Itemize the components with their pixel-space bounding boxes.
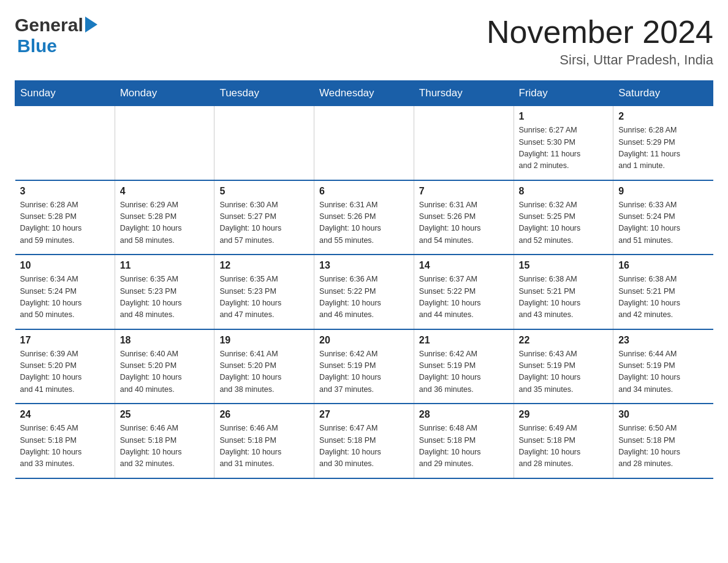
day-number: 8	[519, 186, 609, 197]
calendar-cell: 18Sunrise: 6:40 AM Sunset: 5:20 PM Dayli…	[115, 329, 214, 404]
day-number: 18	[120, 335, 210, 346]
day-number: 29	[519, 409, 609, 420]
day-number: 7	[419, 186, 509, 197]
day-info: Sunrise: 6:28 AM Sunset: 5:28 PM Dayligh…	[20, 199, 110, 247]
title-block: November 2024 Sirsi, Uttar Pradesh, Indi…	[487, 15, 713, 68]
day-number: 2	[618, 111, 708, 122]
calendar-cell: 23Sunrise: 6:44 AM Sunset: 5:19 PM Dayli…	[613, 329, 713, 404]
calendar-cell: 6Sunrise: 6:31 AM Sunset: 5:26 PM Daylig…	[314, 180, 414, 255]
logo: General Blue	[15, 15, 101, 56]
page-header: General Blue November 2024 Sirsi, Uttar …	[15, 15, 713, 68]
weekday-header-thursday: Thursday	[414, 81, 514, 106]
day-number: 28	[419, 409, 509, 420]
location-title: Sirsi, Uttar Pradesh, India	[487, 52, 713, 68]
day-info: Sunrise: 6:38 AM Sunset: 5:21 PM Dayligh…	[519, 274, 609, 321]
calendar-cell: 5Sunrise: 6:30 AM Sunset: 5:27 PM Daylig…	[214, 180, 314, 255]
calendar-cell: 24Sunrise: 6:45 AM Sunset: 5:18 PM Dayli…	[15, 404, 115, 478]
calendar-header-row: SundayMondayTuesdayWednesdayThursdayFrid…	[15, 81, 713, 106]
calendar-week-row: 3Sunrise: 6:28 AM Sunset: 5:28 PM Daylig…	[15, 180, 713, 255]
calendar-cell: 28Sunrise: 6:48 AM Sunset: 5:18 PM Dayli…	[414, 404, 514, 478]
calendar-cell: 20Sunrise: 6:42 AM Sunset: 5:19 PM Dayli…	[314, 329, 414, 404]
day-info: Sunrise: 6:45 AM Sunset: 5:18 PM Dayligh…	[20, 423, 110, 470]
day-number: 23	[618, 335, 708, 346]
calendar-cell: 12Sunrise: 6:35 AM Sunset: 5:23 PM Dayli…	[214, 255, 314, 329]
day-number: 13	[319, 260, 409, 271]
day-number: 4	[120, 186, 210, 197]
day-number: 24	[20, 409, 110, 420]
day-info: Sunrise: 6:33 AM Sunset: 5:24 PM Dayligh…	[618, 199, 708, 247]
day-number: 3	[20, 186, 110, 197]
day-number: 9	[618, 186, 708, 197]
calendar-week-row: 17Sunrise: 6:39 AM Sunset: 5:20 PM Dayli…	[15, 329, 713, 404]
day-info: Sunrise: 6:44 AM Sunset: 5:19 PM Dayligh…	[618, 348, 708, 396]
calendar-cell: 21Sunrise: 6:42 AM Sunset: 5:19 PM Dayli…	[414, 329, 514, 404]
weekday-header-tuesday: Tuesday	[214, 81, 314, 106]
calendar-cell: 11Sunrise: 6:35 AM Sunset: 5:23 PM Dayli…	[115, 255, 214, 329]
calendar-cell	[414, 106, 514, 180]
calendar-week-row: 24Sunrise: 6:45 AM Sunset: 5:18 PM Dayli…	[15, 404, 713, 478]
day-number: 10	[20, 260, 110, 271]
logo-blue-text: Blue	[17, 36, 57, 56]
day-info: Sunrise: 6:46 AM Sunset: 5:18 PM Dayligh…	[219, 423, 309, 470]
day-info: Sunrise: 6:32 AM Sunset: 5:25 PM Dayligh…	[519, 199, 609, 247]
day-info: Sunrise: 6:34 AM Sunset: 5:24 PM Dayligh…	[20, 274, 110, 321]
day-info: Sunrise: 6:48 AM Sunset: 5:18 PM Dayligh…	[419, 423, 509, 470]
calendar-cell: 3Sunrise: 6:28 AM Sunset: 5:28 PM Daylig…	[15, 180, 115, 255]
day-number: 19	[219, 335, 309, 346]
calendar-cell: 2Sunrise: 6:28 AM Sunset: 5:29 PM Daylig…	[613, 106, 713, 180]
day-number: 12	[219, 260, 309, 271]
month-title: November 2024	[487, 15, 713, 50]
calendar-cell: 4Sunrise: 6:29 AM Sunset: 5:28 PM Daylig…	[115, 180, 214, 255]
day-info: Sunrise: 6:46 AM Sunset: 5:18 PM Dayligh…	[120, 423, 210, 470]
day-info: Sunrise: 6:36 AM Sunset: 5:22 PM Dayligh…	[319, 274, 409, 321]
day-number: 1	[519, 111, 609, 122]
day-info: Sunrise: 6:43 AM Sunset: 5:19 PM Dayligh…	[519, 348, 609, 396]
day-info: Sunrise: 6:38 AM Sunset: 5:21 PM Dayligh…	[618, 274, 708, 321]
day-info: Sunrise: 6:35 AM Sunset: 5:23 PM Dayligh…	[219, 274, 309, 321]
day-info: Sunrise: 6:29 AM Sunset: 5:28 PM Dayligh…	[120, 199, 210, 247]
calendar-cell: 26Sunrise: 6:46 AM Sunset: 5:18 PM Dayli…	[214, 404, 314, 478]
day-info: Sunrise: 6:40 AM Sunset: 5:20 PM Dayligh…	[120, 348, 210, 396]
calendar-cell: 17Sunrise: 6:39 AM Sunset: 5:20 PM Dayli…	[15, 329, 115, 404]
day-info: Sunrise: 6:49 AM Sunset: 5:18 PM Dayligh…	[519, 423, 609, 470]
calendar-cell: 13Sunrise: 6:36 AM Sunset: 5:22 PM Dayli…	[314, 255, 414, 329]
calendar-cell: 14Sunrise: 6:37 AM Sunset: 5:22 PM Dayli…	[414, 255, 514, 329]
day-info: Sunrise: 6:50 AM Sunset: 5:18 PM Dayligh…	[618, 423, 708, 470]
calendar-cell: 10Sunrise: 6:34 AM Sunset: 5:24 PM Dayli…	[15, 255, 115, 329]
calendar-cell: 22Sunrise: 6:43 AM Sunset: 5:19 PM Dayli…	[514, 329, 613, 404]
logo-general-text: General	[15, 15, 83, 36]
day-number: 20	[319, 335, 409, 346]
calendar-cell: 25Sunrise: 6:46 AM Sunset: 5:18 PM Dayli…	[115, 404, 214, 478]
weekday-header-monday: Monday	[115, 81, 214, 106]
day-number: 27	[319, 409, 409, 420]
weekday-header-saturday: Saturday	[613, 81, 713, 106]
day-number: 25	[120, 409, 210, 420]
calendar-cell: 16Sunrise: 6:38 AM Sunset: 5:21 PM Dayli…	[613, 255, 713, 329]
calendar-week-row: 1Sunrise: 6:27 AM Sunset: 5:30 PM Daylig…	[15, 106, 713, 180]
calendar-cell: 27Sunrise: 6:47 AM Sunset: 5:18 PM Dayli…	[314, 404, 414, 478]
day-info: Sunrise: 6:30 AM Sunset: 5:27 PM Dayligh…	[219, 199, 309, 247]
day-number: 21	[419, 335, 509, 346]
calendar-cell: 9Sunrise: 6:33 AM Sunset: 5:24 PM Daylig…	[613, 180, 713, 255]
calendar-table: SundayMondayTuesdayWednesdayThursdayFrid…	[15, 80, 713, 479]
calendar-cell: 7Sunrise: 6:31 AM Sunset: 5:26 PM Daylig…	[414, 180, 514, 255]
calendar-cell: 19Sunrise: 6:41 AM Sunset: 5:20 PM Dayli…	[214, 329, 314, 404]
calendar-cell: 1Sunrise: 6:27 AM Sunset: 5:30 PM Daylig…	[514, 106, 613, 180]
day-number: 17	[20, 335, 110, 346]
day-info: Sunrise: 6:39 AM Sunset: 5:20 PM Dayligh…	[20, 348, 110, 396]
day-number: 15	[519, 260, 609, 271]
day-info: Sunrise: 6:31 AM Sunset: 5:26 PM Dayligh…	[419, 199, 509, 247]
weekday-header-wednesday: Wednesday	[314, 81, 414, 106]
day-info: Sunrise: 6:42 AM Sunset: 5:19 PM Dayligh…	[319, 348, 409, 396]
day-number: 16	[618, 260, 708, 271]
day-number: 5	[219, 186, 309, 197]
calendar-cell	[214, 106, 314, 180]
calendar-cell	[15, 106, 115, 180]
day-info: Sunrise: 6:42 AM Sunset: 5:19 PM Dayligh…	[419, 348, 509, 396]
calendar-cell	[314, 106, 414, 180]
day-number: 11	[120, 260, 210, 271]
day-number: 30	[618, 409, 708, 420]
day-info: Sunrise: 6:37 AM Sunset: 5:22 PM Dayligh…	[419, 274, 509, 321]
day-info: Sunrise: 6:35 AM Sunset: 5:23 PM Dayligh…	[120, 274, 210, 321]
day-number: 14	[419, 260, 509, 271]
